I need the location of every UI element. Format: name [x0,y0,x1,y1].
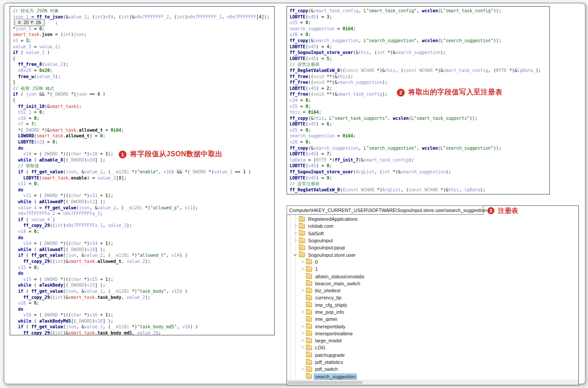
decompiler-panel-right: ff_copy(&smart_task_config, L"smart_task… [287,6,550,194]
registry-tree-pane: RegisteredApplicationsrohitab.comSalSoft… [287,215,588,380]
tree-item-label: SalSoft [307,231,324,236]
code-line: v16 = (_DWORD *)((char *)v16 + 1); [13,312,274,318]
tree-item-patchupgrade[interactable]: patchupgrade [287,352,588,359]
tree-item-SogouInput[interactable]: SogouInput [287,237,588,244]
code-line: ff_copy_29((int)&smart_task.task_body, v… [13,295,274,301]
code-line: LOBYTE(v45) = 3; [290,14,549,20]
no-expander [300,374,305,379]
code-line: n32_1 = 0; [13,109,274,115]
code-line: while ( aTaskBody[(_DWORD)v15] ); [13,282,274,288]
chevron-right-icon[interactable] [300,338,305,343]
no-expander [300,317,305,321]
folder-icon [306,310,312,315]
code-line: v26 = 0; [290,139,549,145]
code-line: ff_free((void **)&search_suggestion); [290,79,549,86]
code-line: v10 = 0; [13,115,274,122]
chevron-right-icon[interactable] [300,288,305,293]
code-line: while ( aAllowedT[(_DWORD)v14] ); [13,247,274,253]
tree-item-SogouInput.store.user[interactable]: SogouInput.store.user [287,251,588,258]
annotation-3-badge: 3 [487,207,494,214]
tree-item-ime_qimei[interactable]: ime_qimei [287,316,588,323]
tree-item-currency_tip[interactable]: currency_tip [287,294,588,301]
folder-icon [306,302,312,307]
tree-item-LOG[interactable]: LOG [287,344,588,351]
tree-item-rohitab.com[interactable]: rohitab.com [287,223,588,230]
code-line: LOBYTE(v45) = 5; [290,56,549,62]
registry-address-bar[interactable]: Computer\HKEY_CURRENT_USER\SOFTWARE\Sogo… [287,205,483,215]
code-line: ff_init_10(&smart_task); [13,104,274,110]
tree-item-0[interactable]: 0 [287,259,588,266]
tree-item-ime_pop_info[interactable]: ime_pop_info [287,309,588,316]
folder-icon [306,288,312,293]
code-line: ff_copy(&search_suggestion, L"search_sug… [290,38,549,44]
tree-item-pdf_statistics[interactable]: pdf_statistics [287,359,588,366]
code-line: smart_task.json = (int)json; [13,32,274,38]
code-line: LOBYTE(smart_task.enable) = value_2[8]; [13,175,274,181]
code-line: } [13,79,274,86]
code-line: ff_copy_29((int)&smart_task.allowed_t, v… [13,259,274,265]
code-line: do [13,187,274,193]
chevron-right-icon[interactable] [300,260,305,264]
tree-item-label: imereportrealtime [314,331,354,336]
code-line: if ( ff_get_value(json, &value_2, (__m12… [13,324,274,330]
no-expander [300,303,305,307]
tree-item-biz_shellext[interactable]: biz_shellext [287,287,588,294]
code-line: while ( aTaskBodyMd5[(_DWORD)v16] ); [13,318,274,324]
code-line: ff_free((void **)&this); [290,74,549,80]
folder-icon [299,231,305,236]
code-line: // 设置注册表 [290,61,549,68]
tree-item-search_suggestion[interactable]: search_suggestion [287,373,588,380]
tree-item-pdf_switch[interactable]: pdf_switch [287,366,588,373]
folder-icon [306,360,312,365]
chevron-down-icon[interactable] [293,253,298,257]
annotation-3-text: 注册表 [498,207,519,215]
code-line: if ( ff_get_value(json, &value_2, (__m12… [13,169,274,175]
horizontal-scrollbar[interactable] [287,380,578,385]
folder-icon [299,252,305,257]
tree-item-SogouInput.ppup[interactable]: SogouInput.ppup [287,244,588,251]
tree-item-label: currency_tip [314,295,342,300]
chevron-right-icon[interactable] [300,310,305,314]
scrollbar-thumb[interactable] [288,381,363,384]
code-line: ff_SogouInput_store_user(&this, (int *)&… [290,50,549,56]
code-line: do [13,235,274,241]
tree-item-label: rohitab.com [307,223,334,229]
folder-icon [299,245,305,250]
code-line: v26 = 0; [290,32,549,38]
tree-item-large_model[interactable]: large_model [287,337,588,344]
tree-item-SalSoft[interactable]: SalSoft [287,230,588,237]
chevron-right-icon[interactable] [300,345,305,350]
folder-icon [306,267,312,272]
code-line: *(_DWORD *)&smart_task.allowed_t = 0i64; [13,127,274,133]
no-expander [300,295,305,300]
chevron-right-icon[interactable] [300,267,305,271]
code-line: { [13,97,274,104]
code-line: // 转化为 JSON 对象 [13,8,274,14]
code-line: v25 = 0; [290,127,549,133]
code-line: json_1 = ff_to_json(&value_2, (int)v59, … [13,14,274,20]
code-line: LOBYTE(v45) = 7; [290,151,549,157]
chevron-right-icon[interactable] [300,331,305,336]
registry-tree: RegisteredApplicationsrohitab.comSalSoft… [287,216,588,380]
folder-icon [306,274,312,279]
chevron-right-icon[interactable] [293,231,298,236]
code-line: LOBYTE(v45) = 6; [290,121,549,127]
tree-item-ime_cfg_shiply[interactable]: ime_cfg_shiply [287,302,588,309]
tree-item-beacon_main_switch[interactable]: beacon_main_switch [287,280,588,287]
folder-icon [306,338,312,343]
tree-item-imereportrealtime[interactable]: imereportrealtime [287,330,588,337]
chevron-right-icon[interactable] [293,238,298,243]
chevron-right-icon[interactable] [300,324,305,329]
tree-item-RegisteredApplications[interactable]: RegisteredApplications [287,216,588,223]
tree-item-label: LOG [314,345,326,350]
chevron-right-icon[interactable] [293,224,298,228]
tree-item-1[interactable]: 1 [287,266,588,273]
no-expander [300,274,305,279]
tree-item-imereportdaily[interactable]: imereportdaily [287,323,588,330]
code-line: n3 = 3; [13,38,274,44]
tree-item-allskin_statusiconstatis[interactable]: allskin_statusiconstatis [287,273,588,280]
chevron-right-icon[interactable] [300,367,305,371]
code-line: value_4 = ff_get_value(json, &value_2, (… [13,205,274,211]
folder-icon [306,324,312,329]
folder-icon [306,331,312,336]
